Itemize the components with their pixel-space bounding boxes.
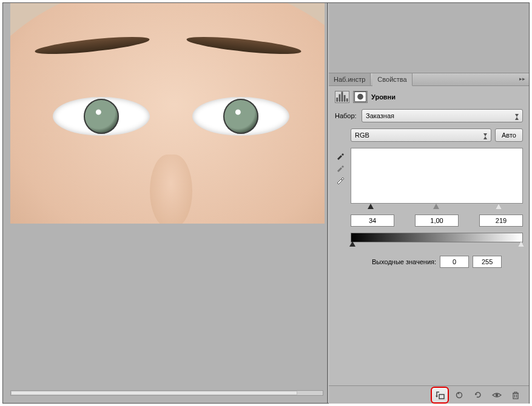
properties-body: Уровни Набор: Заказная RGB bbox=[329, 86, 529, 268]
right-panel-area: Наб.инстр Свойства ▸▸ Уровни bbox=[329, 3, 529, 403]
svg-point-6 bbox=[357, 94, 363, 100]
flyout-menu-icon[interactable]: ▸▸ bbox=[519, 76, 525, 82]
image-content bbox=[53, 97, 150, 136]
svg-rect-0 bbox=[336, 98, 338, 102]
output-black-handle[interactable] bbox=[349, 241, 355, 247]
input-levels-slider[interactable] bbox=[351, 205, 523, 211]
eyedropper-gray-icon[interactable] bbox=[336, 164, 345, 172]
svg-point-9 bbox=[496, 393, 499, 396]
properties-panel: Наб.инстр Свойства ▸▸ Уровни bbox=[329, 73, 529, 404]
reset-button[interactable] bbox=[470, 387, 487, 403]
svg-rect-7 bbox=[439, 394, 444, 399]
horizontal-scrollbar[interactable] bbox=[10, 390, 323, 396]
histogram-display[interactable] bbox=[351, 148, 523, 204]
panel-tab-row: Наб.инстр Свойства ▸▸ bbox=[329, 73, 529, 86]
channel-value: RGB bbox=[355, 131, 369, 139]
highlight-slider-handle[interactable] bbox=[496, 204, 502, 209]
midtone-slider-handle[interactable] bbox=[433, 204, 439, 209]
output-levels-slider[interactable] bbox=[351, 242, 523, 248]
chevron-updown-icon bbox=[515, 114, 519, 120]
output-white-field[interactable]: 255 bbox=[473, 256, 502, 268]
histogram-icon bbox=[335, 91, 349, 103]
shadow-slider-handle[interactable] bbox=[368, 204, 374, 209]
preset-label: Набор: bbox=[335, 112, 358, 119]
input-gamma-field[interactable]: 1,00 bbox=[415, 215, 459, 227]
preset-value: Заказная bbox=[366, 112, 394, 119]
output-black-field[interactable]: 0 bbox=[440, 256, 469, 268]
eyedropper-black-icon[interactable] bbox=[336, 151, 345, 160]
svg-rect-4 bbox=[346, 99, 348, 102]
tab-tool-presets[interactable]: Наб.инстр bbox=[329, 73, 371, 85]
svg-rect-2 bbox=[342, 92, 343, 102]
preset-select[interactable]: Заказная bbox=[362, 109, 523, 122]
clip-to-layer-button[interactable] bbox=[431, 387, 449, 404]
image-content bbox=[150, 155, 192, 224]
adjustment-title: Уровни bbox=[371, 93, 396, 101]
scrollbar-thumb[interactable] bbox=[11, 391, 297, 395]
canvas-area bbox=[3, 3, 327, 403]
channel-select[interactable]: RGB bbox=[351, 128, 491, 142]
document-canvas[interactable] bbox=[10, 3, 325, 224]
tab-properties[interactable]: Свойства bbox=[372, 73, 412, 86]
properties-footer bbox=[329, 385, 529, 404]
output-white-handle[interactable] bbox=[518, 241, 524, 247]
svg-rect-1 bbox=[339, 95, 341, 102]
eyedropper-white-icon[interactable] bbox=[336, 176, 345, 184]
svg-rect-10 bbox=[513, 393, 518, 399]
auto-button[interactable]: Авто bbox=[495, 128, 523, 142]
input-black-field[interactable]: 34 bbox=[351, 215, 394, 227]
image-content bbox=[192, 97, 289, 136]
output-label: Выходные значения: bbox=[372, 258, 436, 265]
trash-button[interactable] bbox=[507, 387, 524, 403]
input-white-field[interactable]: 219 bbox=[479, 215, 523, 227]
mask-icon bbox=[353, 91, 368, 103]
svg-rect-3 bbox=[344, 95, 346, 102]
visibility-button[interactable] bbox=[488, 387, 505, 403]
output-gradient bbox=[351, 233, 523, 242]
previous-state-button[interactable] bbox=[451, 387, 468, 403]
chevron-updown-icon bbox=[483, 133, 487, 139]
